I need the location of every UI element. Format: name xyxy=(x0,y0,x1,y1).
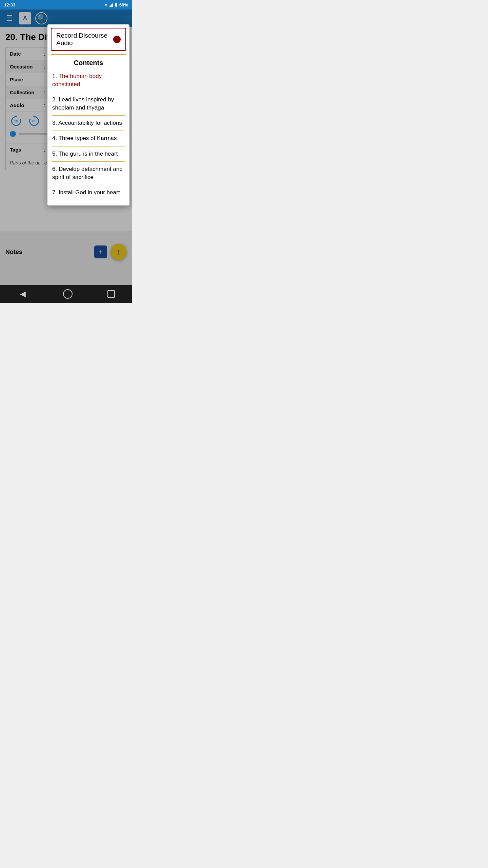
battery-icon: ▮ xyxy=(115,2,117,7)
contents-list: 1. The human body constituted2. Lead liv… xyxy=(47,69,129,200)
popup-contents-title: Contents xyxy=(47,55,129,69)
home-button[interactable] xyxy=(63,289,73,299)
contents-item-7[interactable]: 7. Install God in your heart xyxy=(51,185,126,200)
record-dot-icon[interactable] xyxy=(113,36,121,43)
popup-header: Record Discourse Audio xyxy=(51,28,126,51)
signal-icon: ◢ xyxy=(109,2,113,7)
time: 12:33 xyxy=(4,2,15,7)
contents-item-1[interactable]: 1. The human body constituted xyxy=(51,69,126,92)
wifi-icon: ▾ xyxy=(105,2,107,7)
status-bar: 12:33 ▾ ◢ ▮ 69% xyxy=(0,0,132,9)
contents-item-2[interactable]: 2. Lead lives inspired by sheelam and th… xyxy=(51,92,126,115)
back-button[interactable]: ◀ xyxy=(17,287,28,301)
record-discourse-popup: Record Discourse Audio Contents 1. The h… xyxy=(47,24,129,205)
contents-item-4[interactable]: 4. Three types of Karmas xyxy=(51,131,126,146)
popup-title: Record Discourse Audio xyxy=(56,32,113,47)
bottom-nav: ◀ xyxy=(0,285,132,303)
contents-item-3[interactable]: 3. Accountability for actions xyxy=(51,116,126,131)
recents-button[interactable] xyxy=(107,290,115,298)
status-icons: ▾ ◢ ▮ 69% xyxy=(105,2,128,7)
contents-item-6[interactable]: 6. Develop detachment and spirit of sacr… xyxy=(51,162,126,185)
contents-item-5[interactable]: 5. The guru is in the heart xyxy=(51,146,126,161)
battery-level: 69% xyxy=(119,2,128,7)
